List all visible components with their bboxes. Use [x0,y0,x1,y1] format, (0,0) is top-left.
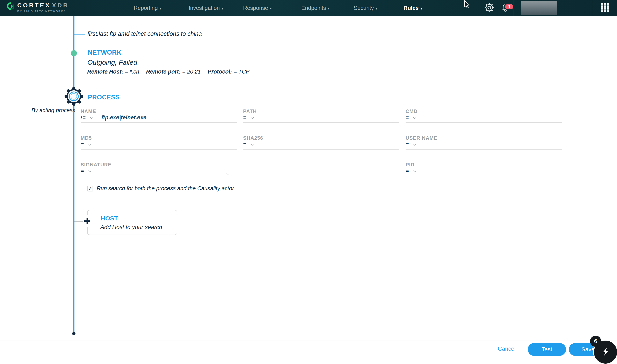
chevron-down-icon: ▾ [328,7,329,11]
gear-icon [485,3,494,13]
nav-item-label: Rules [404,5,419,11]
settings-button[interactable] [483,0,496,16]
condition-protocol: Protocol: = TCP [208,69,249,75]
field-sha256-label: SHA256 [243,135,399,141]
chevron-down-icon[interactable] [251,143,254,146]
condition-remote-port: Remote port: = 20|21 [146,69,201,75]
field-signature-operator[interactable]: = [81,168,84,174]
brand-subtitle: BY PALO ALTO NETWORKS [17,10,69,13]
field-name-operator[interactable]: != [81,114,85,121]
nav-divider [498,0,498,16]
cortex-xdr-app: CORTEXXDR BY PALO ALTO NETWORKS Reportin… [0,0,617,364]
field-sha256: SHA256 = [243,135,399,150]
field-pid-operator[interactable]: = [406,168,409,174]
field-username-operator[interactable]: = [406,141,409,147]
chevron-down-icon: ▾ [270,7,272,11]
brand-text: CORTEXXDR BY PALO ALTO NETWORKS [17,2,69,13]
chevron-down-icon[interactable] [90,116,93,119]
chevron-down-icon: ▾ [421,7,422,11]
field-name-label: NAME [81,108,237,114]
field-path-operator[interactable]: = [243,114,246,121]
field-pid-label: PID [406,162,562,168]
nav-item-label: Response [243,5,268,11]
nav-item-reporting[interactable]: Reporting▾ [134,0,161,16]
chat-unread-badge: 6 [590,336,601,347]
nav-item-rules[interactable]: Rules▾ [404,0,422,16]
chevron-down-icon: ▾ [160,7,161,11]
network-conditions: Remote Host: = *.cn Remote port: = 20|21… [87,69,255,75]
add-host-card[interactable] [87,210,177,235]
host-card-heading[interactable]: HOST [101,215,118,222]
signature-select-chevron-icon[interactable] [226,172,229,175]
cortex-logo-icon [7,2,14,11]
footer-action-bar: Cancel Test Save [0,341,617,364]
acting-process-label: By acting process [23,107,75,114]
test-button[interactable]: Test [528,343,566,356]
brand-name: CORTEX [17,2,51,9]
chevron-down-icon[interactable] [88,169,91,172]
causality-checkbox[interactable]: ✓ [87,186,93,192]
condition-value: = TCP [234,69,249,75]
nav-item-label: Investigation [189,5,220,11]
nav-divider [481,0,481,16]
plus-icon[interactable]: + [83,215,92,227]
causality-checkbox-label: Run search for both the process and the … [97,185,235,192]
nav-item-label: Reporting [134,5,158,11]
condition-label: Remote Host: [87,69,123,75]
process-fields-grid: NAME != ftp.exe|telnet.exe PATH = CMD = [81,108,562,176]
condition-remote-host: Remote Host: = *.cn [87,69,139,75]
field-cmd-operator[interactable]: = [406,114,409,121]
condition-label: Protocol: [208,69,232,75]
field-cmd: CMD = [406,108,562,123]
cancel-button[interactable]: Cancel [498,346,516,352]
field-md5-label: MD5 [81,135,237,141]
rule-title[interactable]: first.last ftp amd telnet connections to… [87,30,202,37]
grid-icon [601,3,609,13]
field-path: PATH = [243,108,399,123]
chevron-down-icon[interactable] [413,143,416,146]
mouse-cursor [464,0,472,10]
timeline-end-dot [72,332,75,335]
check-icon: ✓ [88,186,92,191]
nav-item-endpoints[interactable]: Endpoints▾ [301,0,329,16]
chevron-down-icon[interactable] [251,116,254,119]
app-switcher-button[interactable] [599,0,612,16]
condition-label: Remote port: [146,69,180,75]
field-name: NAME != ftp.exe|telnet.exe [81,108,237,123]
field-signature: SIGNATURE = [81,162,237,176]
field-username-label: USER NAME [406,135,562,141]
chevron-down-icon: ▾ [376,7,377,11]
network-node-dot[interactable] [71,50,77,56]
chevron-down-icon[interactable] [413,116,416,119]
title-connector-line [74,34,85,35]
host-card-subtitle: Add Host to your search [100,224,162,231]
brand-suffix: XDR [52,2,69,9]
field-sha256-operator[interactable]: = [243,141,246,147]
network-section-heading[interactable]: NETWORK [88,49,122,56]
nav-item-label: Security [354,5,374,11]
nav-item-investigation[interactable]: Investigation▾ [189,0,223,16]
user-account-label[interactable] [521,1,557,15]
condition-value: = 20|21 [182,69,201,75]
nav-item-response[interactable]: Response▾ [243,0,272,16]
top-nav-bar: CORTEXXDR BY PALO ALTO NETWORKS Reportin… [0,0,617,16]
lightning-bolt-icon [600,346,611,358]
field-name-value[interactable]: ftp.exe|telnet.exe [101,114,146,121]
chevron-down-icon[interactable] [413,169,416,172]
brand-logo[interactable]: CORTEXXDR BY PALO ALTO NETWORKS [7,2,69,13]
field-signature-label: SIGNATURE [81,162,237,168]
field-pid: PID = [406,162,562,176]
chat-unread-count: 6 [594,338,597,344]
causality-checkbox-row: ✓ Run search for both the process and th… [87,185,235,192]
network-subtitle: Outgoing, Failed [87,59,137,66]
process-section-heading[interactable]: PROCESS [88,94,120,101]
nav-divider [593,0,593,16]
nav-item-security[interactable]: Security▾ [354,0,377,16]
chevron-down-icon[interactable] [88,143,91,146]
notification-count: 1 [508,4,510,10]
notification-count-badge[interactable]: 1 [504,3,514,10]
nav-item-label: Endpoints [301,5,326,11]
field-md5-operator[interactable]: = [81,141,84,147]
process-node-gear-icon[interactable] [65,87,83,106]
field-path-label: PATH [243,108,399,114]
